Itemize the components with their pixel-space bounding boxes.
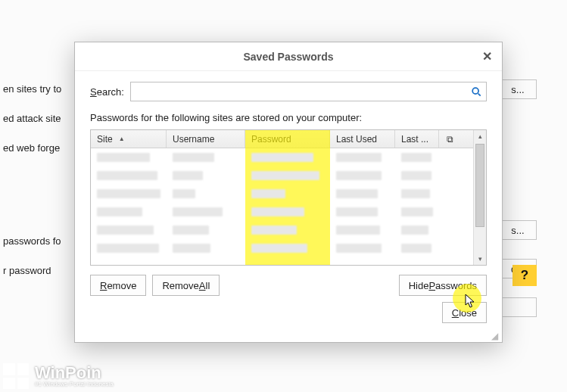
watermark-title: WinPoin	[35, 365, 114, 381]
saved-passwords-dialog: Saved Passwords ✕ Search: Passwords for …	[74, 42, 503, 343]
close-icon: ✕	[482, 49, 492, 64]
bg-button-4[interactable]	[499, 297, 537, 317]
dialog-title-bar: Saved Passwords ✕	[75, 42, 502, 71]
hide-passwords-button[interactable]: Hide Passwords	[399, 275, 487, 296]
table-row[interactable]	[91, 185, 473, 203]
column-site[interactable]: Site	[91, 130, 167, 148]
search-icon	[471, 86, 481, 97]
column-password[interactable]: Password	[245, 130, 330, 148]
winpoin-watermark: WinPoin #1 Windows Portal Indonesia	[3, 363, 114, 389]
remove-button[interactable]: Remove	[90, 275, 146, 296]
table-row[interactable]	[91, 221, 473, 239]
bg-text-4: passwords fo	[0, 235, 61, 247]
bg-button-1[interactable]: s...	[499, 79, 537, 99]
scroll-up-icon[interactable]: ▴	[474, 130, 486, 142]
table-row[interactable]	[91, 166, 473, 185]
remove-all-button[interactable]: Remove All	[152, 275, 220, 296]
help-button[interactable]: ?	[512, 265, 537, 286]
watermark-subtitle: #1 Windows Portal Indonesia	[35, 381, 114, 387]
column-last-used[interactable]: Last Used	[330, 130, 395, 148]
search-input[interactable]	[136, 86, 471, 98]
column-last-changed[interactable]: Last ...	[395, 130, 439, 148]
scroll-down-icon[interactable]: ▾	[474, 253, 486, 265]
scroll-thumb[interactable]	[475, 144, 484, 227]
windows-logo-icon	[3, 363, 29, 389]
close-button[interactable]: Close	[442, 302, 487, 323]
bg-text-3: ed web forge	[0, 142, 61, 154]
svg-point-0	[472, 88, 478, 94]
search-field[interactable]	[130, 82, 487, 101]
passwords-table: Site Username Password Last Used Last ..…	[90, 129, 487, 266]
search-label: Search:	[90, 86, 124, 98]
svg-line-1	[478, 94, 481, 96]
dialog-close-button[interactable]: ✕	[479, 48, 494, 64]
column-picker[interactable]: ⧉	[439, 130, 460, 148]
bg-text-1: en sites try to	[0, 83, 61, 95]
table-row[interactable]	[91, 203, 473, 221]
table-body[interactable]	[91, 148, 473, 265]
table-header: Site Username Password Last Used Last ..…	[91, 130, 473, 148]
dialog-description: Passwords for the following sites are st…	[90, 112, 487, 123]
bg-text-5: r password	[0, 265, 61, 276]
bg-button-2[interactable]: s...	[499, 220, 537, 240]
table-row[interactable]	[91, 148, 473, 166]
table-row[interactable]	[91, 239, 473, 257]
vertical-scrollbar[interactable]: ▴ ▾	[473, 130, 486, 265]
column-username[interactable]: Username	[167, 130, 245, 148]
bg-text-2: ed attack site	[0, 113, 61, 124]
dialog-title: Saved Passwords	[243, 51, 333, 63]
